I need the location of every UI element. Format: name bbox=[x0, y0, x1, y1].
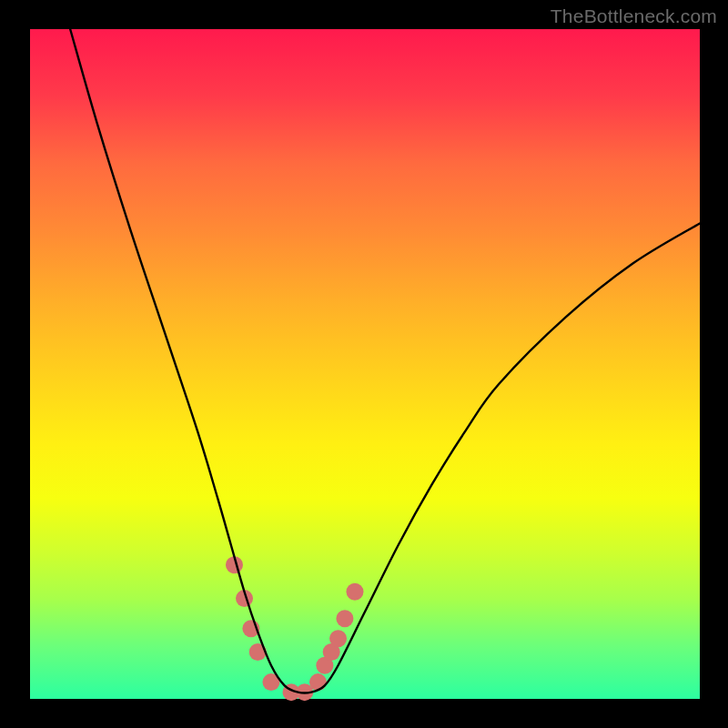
marker-dot bbox=[336, 610, 353, 627]
plot-area bbox=[30, 29, 700, 699]
marker-dot bbox=[346, 583, 363, 601]
marker-dots bbox=[226, 556, 363, 701]
chart-frame: TheBottleneck.com bbox=[0, 0, 728, 728]
watermark-text: TheBottleneck.com bbox=[551, 5, 717, 27]
bottleneck-curve bbox=[70, 29, 700, 693]
marker-dot bbox=[309, 673, 327, 691]
curve-svg bbox=[30, 29, 700, 699]
marker-dot bbox=[329, 630, 347, 647]
